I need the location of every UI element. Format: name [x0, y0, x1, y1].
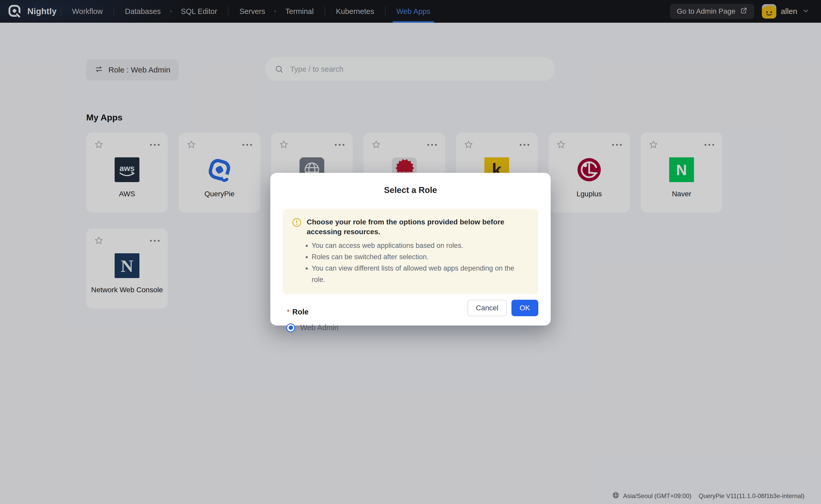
- radio-label: Web Admin: [300, 323, 339, 332]
- dialog-title: Select a Role: [270, 185, 551, 195]
- alert-bullet: Roles can be switched after selection.: [312, 251, 529, 263]
- warning-circle-icon: [292, 217, 302, 230]
- alert-bullet-list: You can access web applications based on…: [292, 240, 529, 286]
- alert-bullet: You can view different lists of allowed …: [312, 263, 529, 286]
- alert-heading: Choose your role from the options provid…: [307, 217, 529, 237]
- cancel-button[interactable]: Cancel: [468, 300, 506, 316]
- alert-bullet: You can access web applications based on…: [312, 240, 529, 251]
- role-label-text: Role: [292, 308, 309, 316]
- select-role-dialog: Select a Role Choose your role from the …: [270, 173, 551, 326]
- ok-button[interactable]: OK: [511, 300, 538, 316]
- info-alert: Choose your role from the options provid…: [283, 209, 538, 294]
- required-mark: *: [287, 308, 290, 316]
- radio-selected-icon: [286, 323, 295, 332]
- role-option-web-admin[interactable]: Web Admin: [286, 323, 551, 332]
